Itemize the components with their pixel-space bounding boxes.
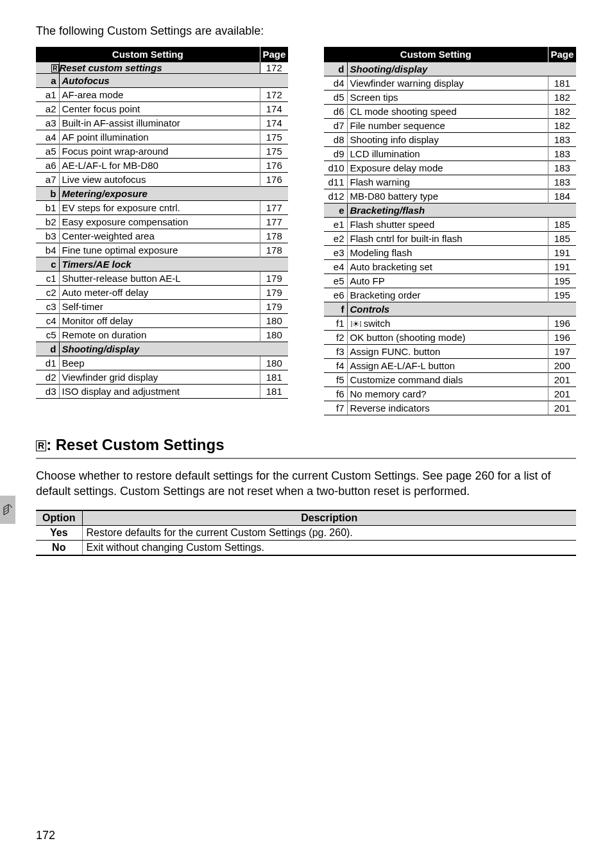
row-label-cell: Monitor off delay (59, 314, 260, 328)
group-code-cell: b (36, 187, 59, 201)
group-code-cell: c (36, 257, 59, 272)
row-label-cell: Viewfinder grid display (59, 370, 260, 385)
row-page-cell: 185 (548, 232, 576, 246)
row-label-cell: AF-area mode (59, 88, 260, 102)
row-page-cell: 191 (548, 260, 576, 274)
row-page-cell: 180 (260, 328, 288, 342)
row-label-cell: Flash cntrl for built-in flash (347, 232, 548, 246)
table-header-row: Custom SettingPage (36, 47, 288, 62)
row-page-cell: 182 (548, 119, 576, 133)
row-label-cell: File number sequence (347, 119, 548, 133)
row-page-cell: 183 (548, 133, 576, 147)
row-label-cell: Beep (59, 356, 260, 370)
table-row: f7Reverse indicators201 (324, 401, 576, 415)
row-label-cell: Live view autofocus (59, 173, 260, 187)
row-page-cell: 183 (548, 175, 576, 189)
row-label-cell: Exposure delay mode (347, 161, 548, 175)
group-label-cell: Shooting/display (347, 62, 576, 76)
row-code-cell: d1 (36, 356, 59, 370)
svg-line-0 (4, 507, 8, 510)
row-code-cell: f3 (324, 345, 347, 359)
row-page-cell: 183 (548, 147, 576, 161)
row-label-cell: AF point illumination (59, 130, 260, 144)
options-col-description: Description (82, 510, 576, 526)
row-label-cell: Built-in AF-assist illuminator (59, 116, 260, 130)
reset-glyph-icon: R (36, 440, 46, 451)
options-col-option: Option (36, 510, 82, 526)
heading-rule (36, 458, 576, 459)
row-page-cell: 195 (548, 288, 576, 302)
row-page-cell: 172 (260, 88, 288, 102)
row-page-cell: 175 (260, 130, 288, 144)
row-code-cell: f4 (324, 359, 347, 373)
row-code-cell: c1 (36, 272, 59, 286)
table-row: f1⁞☀⁞ switch196 (324, 317, 576, 331)
section-heading: R: Reset Custom Settings (36, 436, 576, 454)
col-header-page: Page (260, 47, 288, 62)
group-code-cell: d (324, 62, 347, 76)
row-code-cell: a4 (36, 130, 59, 144)
table-row: c4Monitor off delay180 (36, 314, 288, 328)
table-row: d12MB-D80 battery type184 (324, 189, 576, 204)
row-page-cell: 183 (548, 161, 576, 175)
row-label-cell: No memory card? (347, 387, 548, 401)
group-label-cell: Metering/exposure (59, 187, 288, 201)
row-page-cell: 180 (260, 356, 288, 370)
row-page-cell: 182 (548, 91, 576, 105)
row-label-cell: Flash shutter speed (347, 218, 548, 232)
row-code-cell: d5 (324, 91, 347, 105)
table-row: e2Flash cntrl for built-in flash185 (324, 232, 576, 246)
row-label-cell: Remote on duration (59, 328, 260, 342)
table-row: d1Beep180 (36, 356, 288, 370)
table-row: d2Viewfinder grid display181 (36, 370, 288, 385)
option-desc-cell: Exit without changing Custom Settings. (82, 540, 576, 555)
row-code-cell: e6 (324, 288, 347, 302)
row-code-cell: c2 (36, 286, 59, 300)
row-code-cell: b1 (36, 201, 59, 215)
option-name-cell: Yes (36, 525, 82, 540)
table-row: c1Shutter-release button AE-L179 (36, 272, 288, 286)
row-code-cell: e4 (324, 260, 347, 274)
table-row: e3Modeling flash191 (324, 246, 576, 260)
table-row: e5Auto FP195 (324, 274, 576, 288)
group-row: eBracketing/flash (324, 204, 576, 218)
table-row: d9LCD illumination183 (324, 147, 576, 161)
row-code-cell: d11 (324, 175, 347, 189)
row-page-cell: 176 (260, 173, 288, 187)
table-row: d8Shooting info display183 (324, 133, 576, 147)
row-code-cell: d6 (324, 105, 347, 119)
row-label-cell: ISO display and adjustment (59, 385, 260, 399)
table-row: d3ISO display and adjustment181 (36, 385, 288, 399)
option-desc-cell: Restore defaults for the current Custom … (82, 525, 576, 540)
row-code-cell: f6 (324, 387, 347, 401)
reset-code-cell: R (36, 62, 59, 74)
row-code-cell: a7 (36, 173, 59, 187)
table-row: a1AF-area mode172 (36, 88, 288, 102)
col-header-setting: Custom Setting (324, 47, 548, 62)
row-page-cell: 181 (548, 76, 576, 91)
side-tab-icon (0, 496, 15, 524)
row-code-cell: d10 (324, 161, 347, 175)
row-label-cell: Focus point wrap-around (59, 144, 260, 159)
row-label-cell: Easy exposure compensation (59, 215, 260, 229)
table-row: a5Focus point wrap-around175 (36, 144, 288, 159)
row-page-cell: 179 (260, 286, 288, 300)
row-code-cell: a2 (36, 102, 59, 116)
row-page-cell: 181 (260, 370, 288, 385)
intro-text: The following Custom Settings are availa… (36, 24, 576, 38)
row-label-cell: Fine tune optimal exposure (59, 243, 260, 257)
row-page-cell: 201 (548, 373, 576, 387)
table-row: b2Easy exposure compensation177 (36, 215, 288, 229)
row-label-cell: MB-D80 battery type (347, 189, 548, 204)
table-row: f4Assign AE-L/AF-L button200 (324, 359, 576, 373)
row-label-cell: Auto meter-off delay (59, 286, 260, 300)
row-code-cell: b3 (36, 229, 59, 243)
settings-table-right: Custom SettingPagedShooting/displayd4Vie… (324, 47, 576, 415)
row-code-cell: d9 (324, 147, 347, 161)
row-page-cell: 175 (260, 144, 288, 159)
row-label-cell: Auto bracketing set (347, 260, 548, 274)
row-label-cell: Shooting info display (347, 133, 548, 147)
table-row: d11Flash warning183 (324, 175, 576, 189)
table-row: f3Assign FUNC. button197 (324, 345, 576, 359)
row-label-cell: Flash warning (347, 175, 548, 189)
